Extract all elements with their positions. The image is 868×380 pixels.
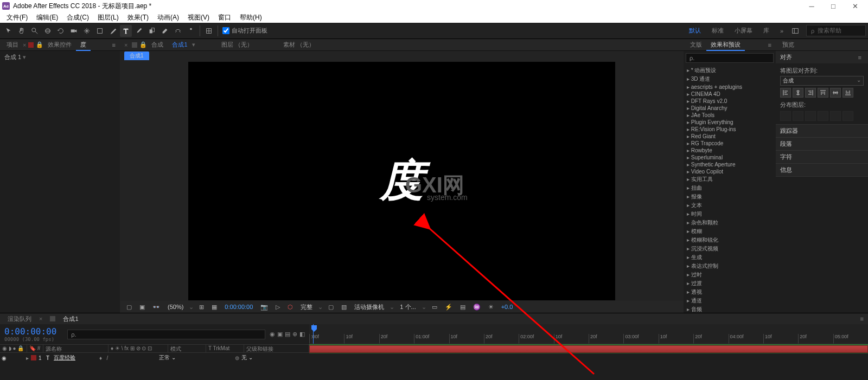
effects-category[interactable]: aescripts + aeplugins [686, 83, 774, 91]
composition-canvas[interactable]: 度 GXI网 system.com [188, 62, 615, 300]
selection-tool-icon[interactable] [3, 25, 15, 37]
parent-dropdown[interactable]: 无 ⌄ [241, 354, 253, 362]
align-to-dropdown[interactable]: 合成 [780, 76, 864, 86]
timeline-comp-tab[interactable]: 合成1 [58, 314, 84, 324]
glasses-icon[interactable]: 👓 [150, 304, 162, 311]
preview-tab[interactable]: 预览 [778, 40, 799, 50]
resolution-icon[interactable]: ⊞ [197, 304, 206, 311]
render-queue-tab[interactable]: 渲染队列 [2, 314, 37, 324]
rotate-tool-icon[interactable] [55, 25, 67, 37]
workspace-small[interactable]: 小屏幕 [729, 25, 758, 36]
source-name-column[interactable]: 源名称 [43, 345, 108, 352]
panel-menu-icon[interactable]: ≡ [766, 42, 774, 48]
panel-menu-icon[interactable]: ≡ [858, 315, 866, 322]
quality-dropdown[interactable]: 完整 [298, 303, 315, 311]
time-ruler[interactable]: :00f10f20f01:00f10f20f02:00f10f20f03:00f… [309, 324, 868, 344]
brush-tool-icon[interactable] [133, 25, 145, 37]
work-area-bar[interactable] [309, 344, 868, 353]
effects-category[interactable]: Video Copilot [686, 168, 774, 175]
menu-view[interactable]: 视图(V) [183, 13, 214, 22]
visibility-toggle-icon[interactable]: ◉ [0, 355, 8, 361]
effects-category[interactable]: 报像 [686, 192, 774, 201]
timeline-search[interactable]: ρ. [67, 330, 265, 339]
fast-preview-icon[interactable]: ⚡ [443, 304, 455, 311]
menu-help[interactable]: 帮助(H) [235, 13, 266, 22]
effects-category[interactable]: DFT Rays v2.0 [686, 98, 774, 105]
paragraph-panel-title[interactable]: 段落 [780, 140, 792, 148]
menu-composition[interactable]: 合成(C) [62, 13, 93, 22]
align-left-icon[interactable] [780, 88, 791, 98]
close-tab-icon[interactable]: × [37, 314, 48, 323]
effects-category[interactable]: 通道 [686, 297, 774, 305]
shape-tool-icon[interactable] [94, 25, 106, 37]
display-icon[interactable]: ▢ [124, 304, 134, 311]
menu-edit[interactable]: 编辑(E) [32, 13, 62, 22]
rgb-icon[interactable]: ⬡ [285, 304, 295, 311]
search-help-input[interactable]: ρ 搜索帮助 [806, 25, 866, 36]
effects-controls-tab[interactable]: 效果控件 [43, 40, 76, 50]
pen-tool-icon[interactable] [107, 25, 119, 37]
menu-layer[interactable]: 图层(L) [93, 13, 123, 22]
blend-mode-dropdown[interactable]: 正常 ⌄ [159, 354, 197, 362]
effects-tree[interactable]: * 动画预设3D 通道aescripts + aepluginsCINEMA 4… [684, 65, 776, 313]
zoom-dropdown[interactable]: (50%) [165, 304, 186, 310]
auto-open-checkbox[interactable] [222, 27, 229, 34]
trkmat-column[interactable]: T TrkMat [206, 345, 244, 352]
minimize-button[interactable]: ─ [801, 0, 822, 12]
time-display[interactable]: 0:00:00:00 [222, 304, 255, 310]
effects-category[interactable]: 模糊和锐化 [686, 236, 774, 244]
effects-category[interactable]: 透视 [686, 288, 774, 297]
layer-duration-bar[interactable] [309, 345, 868, 353]
effects-category[interactable]: 文本 [686, 201, 774, 210]
effects-category[interactable]: Rowbyte [686, 147, 774, 154]
panel-menu-icon[interactable]: ≡ [110, 42, 118, 48]
views-dropdown[interactable]: 1 个... [398, 303, 418, 311]
tl-toggle-1-icon[interactable]: ◉ [270, 331, 275, 338]
effects-category[interactable]: 表达式控制 [686, 262, 774, 270]
effects-category[interactable]: CINEMA 4D [686, 91, 774, 98]
effects-category[interactable]: 杂色和颗粒 [686, 218, 774, 227]
workspace-more-icon[interactable]: » [775, 27, 789, 35]
effects-category[interactable]: 音频 [686, 305, 774, 313]
panel-menu-icon[interactable]: ≡ [856, 54, 864, 61]
viewer-tab-layer[interactable]: 图层 （无） [217, 40, 257, 50]
effects-category[interactable]: 时间 [686, 210, 774, 218]
effects-category[interactable]: 生成 [686, 253, 774, 262]
menu-animation[interactable]: 动画(A) [153, 13, 183, 22]
pan-behind-tool-icon[interactable] [81, 25, 93, 37]
effects-category[interactable]: 过渡 [686, 279, 774, 288]
eraser-tool-icon[interactable] [159, 25, 171, 37]
tl-toggle-3-icon[interactable]: ▤ [285, 331, 290, 338]
flowchart-tab[interactable]: 合成1 [124, 51, 149, 60]
reset-exposure-icon[interactable]: ☀ [486, 304, 496, 311]
flowchart-icon[interactable]: ♒ [471, 304, 483, 311]
menu-window[interactable]: 窗口 [214, 13, 235, 22]
maximize-button[interactable]: □ [822, 0, 844, 12]
comp-list[interactable]: 合成 1 ▾ [0, 51, 120, 313]
workspace-panel-icon[interactable] [789, 25, 801, 37]
lock-icon[interactable]: 🔒 [139, 41, 147, 48]
close-tab-icon[interactable]: × [23, 42, 26, 48]
text-panel-tab[interactable]: 文版 [686, 40, 706, 50]
tl-toggle-5-icon[interactable]: ◧ [299, 331, 305, 338]
effects-presets-tab[interactable]: 效果和预设 [706, 40, 745, 50]
effects-category[interactable]: Superluminal [686, 154, 774, 161]
zoom-tool-icon[interactable] [29, 25, 41, 37]
effects-category[interactable]: * 动画预设 [686, 66, 774, 75]
type-tool-icon[interactable] [120, 25, 132, 37]
roto-tool-icon[interactable] [172, 25, 184, 37]
snapshot-icon[interactable]: 📷 [258, 304, 270, 311]
grid-icon[interactable]: ▦ [209, 304, 219, 311]
align-vcenter-icon[interactable] [830, 88, 841, 98]
current-layer-tab[interactable]: 度 [76, 40, 91, 50]
effects-search-input[interactable]: ρ. [686, 53, 774, 63]
effects-category[interactable]: 过时 [686, 270, 774, 279]
viewer-tab-comp-active[interactable]: 合成1 [168, 40, 192, 50]
channel-icon[interactable]: ▣ [137, 304, 147, 311]
info-panel-title[interactable]: 信息 [780, 166, 792, 174]
effects-category[interactable]: 扭曲 [686, 184, 774, 192]
workspace-default[interactable]: 默认 [684, 25, 706, 36]
align-panel-title[interactable]: 对齐 [780, 53, 792, 61]
effects-category[interactable]: JAe Tools [686, 112, 774, 119]
effects-category[interactable]: RE:Vision Plug-ins [686, 126, 774, 133]
